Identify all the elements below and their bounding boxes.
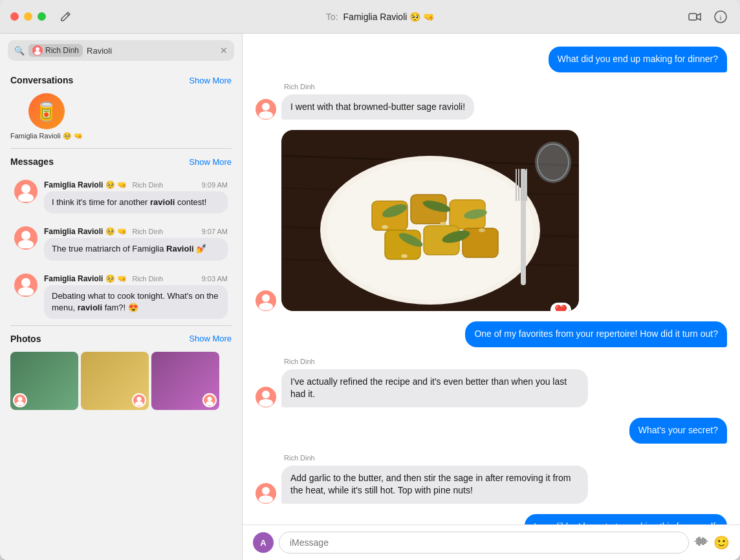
svg-rect-45 (518, 169, 519, 201)
to-label: To: (326, 12, 338, 22)
info-icon[interactable]: i (712, 8, 730, 26)
ravioli-image: ❤️ (281, 130, 579, 311)
message-item-0[interactable]: Famiglia Ravioli 🥺 🤜 Rich Dinh 9:09 AM I… (4, 173, 238, 219)
photo-thumb-0[interactable] (10, 352, 78, 410)
photos-show-more[interactable]: Show More (189, 334, 232, 343)
image-bubble[interactable]: ❤️ (281, 130, 579, 311)
search-bar: 🔍 Rich Dinh Ravioli ✕ (0, 34, 242, 67)
sidebar: 🔍 Rich Dinh Ravioli ✕ Conversations (0, 34, 243, 560)
audio-waveform-icon[interactable] (694, 535, 708, 550)
bubble-group-7: Incredible. I have to try making this fo… (525, 514, 727, 524)
bubble-group-4: Rich Dinh I've actually refined the reci… (281, 358, 588, 407)
message-input[interactable] (279, 532, 689, 554)
msg-time-0: 9:09 AM (202, 181, 228, 189)
tapback-heart[interactable]: ❤️ (550, 303, 571, 311)
svg-point-41 (479, 228, 485, 232)
chat-row-0: What did you end up making for dinner? (256, 47, 727, 72)
svg-rect-0 (689, 14, 697, 20)
svg-point-9 (21, 278, 30, 287)
bubble-group-img: ❤️ (281, 130, 579, 311)
message-item-1[interactable]: Famiglia Ravioli 🥺 🤜 Rich Dinh 9:07 AM T… (4, 220, 238, 265)
chat-row-5: What's your secret? (256, 418, 727, 444)
search-tag: Rich Dinh (28, 44, 83, 57)
chat-bubble-1: I went with that browned-butter sage rav… (281, 94, 474, 120)
svg-point-5 (21, 184, 30, 193)
conversations-title: Conversations (10, 75, 73, 85)
msg-sub-2: Rich Dinh (132, 275, 163, 283)
bubble-group-0: What did you end up making for dinner? (549, 47, 727, 72)
titlebar-center: To: Famiglia Ravioli 🥺 🤜 (74, 12, 686, 22)
svg-point-53 (262, 487, 270, 495)
svg-point-6 (18, 193, 34, 202)
msg-avatar-2 (14, 274, 38, 297)
svg-point-3 (36, 47, 39, 51)
sidebar-content: Conversations Show More 🥫 Famiglia Ravio… (0, 67, 242, 560)
svg-point-49 (535, 142, 571, 183)
bubble-group-6: Rich Dinh Add garlic to the butter, and … (281, 454, 588, 504)
titlebar-right: i (686, 8, 730, 26)
msg-from-1: Famiglia Ravioli 🥺 🤜 (44, 227, 127, 236)
search-clear-button[interactable]: ✕ (220, 45, 228, 56)
svg-point-20 (259, 303, 273, 310)
photo-thumb-1[interactable] (81, 352, 149, 410)
svg-point-39 (382, 225, 388, 229)
chat-bubble-7: Incredible. I have to try making this fo… (525, 514, 727, 524)
msg-avatar-0 (14, 180, 38, 203)
chat-row-1: Rich Dinh I went with that browned-butte… (256, 83, 727, 120)
msg-bubble-1: The true matriarch of Famiglia Ravioli 💅 (44, 238, 228, 260)
chat-row-2: ❤️ (256, 130, 727, 311)
chat-avatar-4 (256, 387, 276, 407)
svg-point-42 (401, 254, 408, 258)
msg-from-0: Famiglia Ravioli 🥺 🤜 (44, 180, 127, 189)
chat-row-4: Rich Dinh I've actually refined the reci… (256, 358, 727, 407)
svg-point-7 (21, 231, 30, 240)
svg-point-13 (137, 396, 142, 401)
svg-point-51 (262, 391, 270, 398)
app-window: To: Famiglia Ravioli 🥺 🤜 i 🔍 (0, 0, 740, 560)
msg-bubble-2: Debating what to cook tonight. What's on… (44, 285, 228, 319)
compose-icon[interactable] (56, 8, 74, 26)
messages-show-more[interactable]: Show More (189, 157, 232, 167)
messages-header: Messages Show More (0, 149, 242, 172)
svg-point-17 (262, 103, 270, 111)
photos-section: Photos Show More (0, 326, 242, 418)
msg-sub-0: Rich Dinh (132, 181, 163, 189)
conversations-show-more[interactable]: Show More (189, 76, 232, 85)
msg-sub-1: Rich Dinh (132, 228, 163, 235)
svg-point-40 (440, 222, 446, 226)
recipient-name: Famiglia Ravioli 🥺 🤜 (343, 12, 435, 22)
maximize-button[interactable] (38, 12, 46, 21)
bubble-group-5: What's your secret? (629, 418, 727, 444)
svg-point-10 (18, 287, 34, 296)
msg-header-1: Famiglia Ravioli 🥺 🤜 Rich Dinh 9:07 AM (44, 225, 228, 237)
input-avatar: A (253, 532, 274, 553)
search-query-text: Ravioli (87, 46, 216, 56)
msg-content-2: Famiglia Ravioli 🥺 🤜 Rich Dinh 9:03 AM D… (44, 272, 228, 319)
chat-bubble-0: What did you end up making for dinner? (549, 47, 727, 72)
photos-grid (0, 349, 242, 418)
close-button[interactable] (10, 12, 19, 21)
msg-avatar-1 (14, 226, 38, 250)
conversation-item-famiglia[interactable]: 🥫 Famiglia Ravioli 🥺 🤜 (10, 93, 83, 140)
chat-row-6: Rich Dinh Add garlic to the butter, and … (256, 454, 727, 504)
search-inner[interactable]: 🔍 Rich Dinh Ravioli ✕ (8, 40, 234, 61)
video-call-icon[interactable] (686, 8, 704, 26)
sender-name-1: Rich Dinh (284, 83, 474, 91)
photos-header: Photos Show More (0, 326, 242, 349)
photo-avatar-2 (202, 393, 217, 407)
chat-avatar-2 (256, 290, 276, 311)
message-item-2[interactable]: Famiglia Ravioli 🥺 🤜 Rich Dinh 9:03 AM D… (4, 267, 238, 324)
msg-time-1: 9:07 AM (202, 228, 228, 235)
conversations-grid: 🥫 Famiglia Ravioli 🥺 🤜 (0, 91, 242, 148)
chat-panel: What did you end up making for dinner? R… (243, 34, 740, 560)
photo-thumb-2[interactable] (151, 352, 219, 410)
svg-rect-46 (521, 169, 522, 201)
svg-point-8 (18, 240, 34, 248)
svg-point-15 (208, 396, 212, 401)
search-icon: 🔍 (14, 46, 25, 56)
chat-bubble-3: One of my favorites from your repertoire… (465, 321, 727, 347)
svg-rect-47 (523, 169, 525, 201)
minimize-button[interactable] (24, 12, 32, 21)
chat-row-7: Incredible. I have to try making this fo… (256, 514, 727, 524)
emoji-icon[interactable]: 🙂 (713, 535, 730, 550)
